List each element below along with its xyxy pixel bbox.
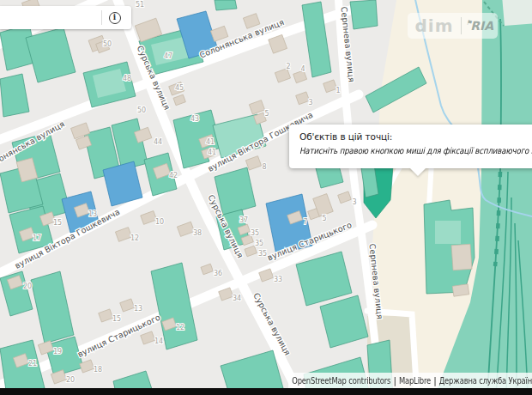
svg-text:8: 8	[262, 163, 266, 171]
svg-text:18: 18	[94, 366, 102, 374]
svg-text:12: 12	[176, 324, 184, 331]
svg-text:3: 3	[352, 198, 356, 206]
svg-text:14: 14	[154, 337, 163, 345]
svg-text:20: 20	[23, 283, 32, 290]
map-tooltip: Об'єктів в цій точці: Натисніть правою к…	[289, 125, 532, 168]
bottom-black-bar	[0, 388, 532, 395]
watermark-dim-logo: dim	[408, 15, 461, 36]
svg-text:19: 19	[53, 348, 62, 356]
svg-text:44: 44	[154, 138, 162, 146]
attribution-bar: OpenStreetMap contributors | MapLibre | …	[288, 373, 532, 388]
svg-text:42: 42	[169, 172, 178, 179]
svg-text:35: 35	[251, 229, 259, 237]
tooltip-hint: Натисніть правою кнопкою миші для фіксац…	[299, 146, 513, 155]
svg-text:51: 51	[136, 1, 144, 9]
attribution-maplibre-link[interactable]: MapLibre	[399, 376, 431, 386]
svg-text:35: 35	[255, 240, 263, 247]
watermark-ria-text: RIA	[470, 19, 493, 33]
attribution-agency-link[interactable]: Державна служба України з	[439, 376, 532, 386]
svg-text:38: 38	[193, 229, 202, 237]
svg-text:17: 17	[33, 234, 41, 242]
tooltip-title: Об'єктів в цій точці:	[299, 131, 532, 142]
watermark: dim ⚑RIA	[408, 13, 498, 39]
map-app: Солонянська вулиця Солонянська вулиця Су…	[0, 0, 532, 395]
search-bar[interactable]: i	[0, 6, 131, 29]
svg-text:13: 13	[134, 305, 142, 313]
svg-text:50: 50	[103, 40, 112, 48]
tooltip-arrow	[409, 167, 426, 176]
svg-text:41: 41	[208, 149, 216, 156]
separator: |	[433, 376, 436, 386]
svg-text:41: 41	[206, 138, 215, 146]
svg-text:34: 34	[233, 295, 241, 302]
svg-text:1: 1	[336, 87, 340, 94]
svg-text:10: 10	[155, 218, 164, 226]
svg-text:21: 21	[28, 360, 37, 368]
svg-text:33: 33	[274, 276, 282, 283]
svg-text:37: 37	[239, 216, 248, 224]
svg-text:35: 35	[258, 250, 267, 258]
attribution-osm-link[interactable]: OpenStreetMap contributors	[292, 376, 390, 386]
svg-text:13: 13	[88, 210, 97, 218]
svg-text:12: 12	[130, 234, 139, 242]
svg-text:47: 47	[164, 52, 172, 60]
svg-text:4: 4	[300, 65, 305, 73]
svg-text:5: 5	[264, 110, 269, 118]
svg-text:20: 20	[66, 376, 75, 384]
svg-text:48: 48	[123, 75, 131, 82]
watermark-ria-logo: ⚑RIA	[462, 19, 498, 33]
svg-text:3: 3	[308, 99, 312, 106]
svg-text:43: 43	[190, 115, 199, 123]
separator: |	[394, 376, 396, 386]
svg-text:15: 15	[112, 315, 121, 323]
svg-text:2: 2	[286, 63, 290, 70]
svg-text:36: 36	[214, 270, 222, 277]
svg-text:7: 7	[303, 218, 307, 226]
info-button[interactable]: i	[106, 9, 123, 26]
divider	[101, 10, 102, 25]
svg-text:45: 45	[175, 84, 184, 92]
svg-text:15: 15	[53, 219, 62, 227]
map-canvas[interactable]: Солонянська вулиця Солонянська вулиця Су…	[0, 0, 532, 395]
info-icon: i	[109, 12, 121, 24]
svg-text:5: 5	[322, 215, 326, 222]
svg-text:50: 50	[137, 106, 146, 114]
